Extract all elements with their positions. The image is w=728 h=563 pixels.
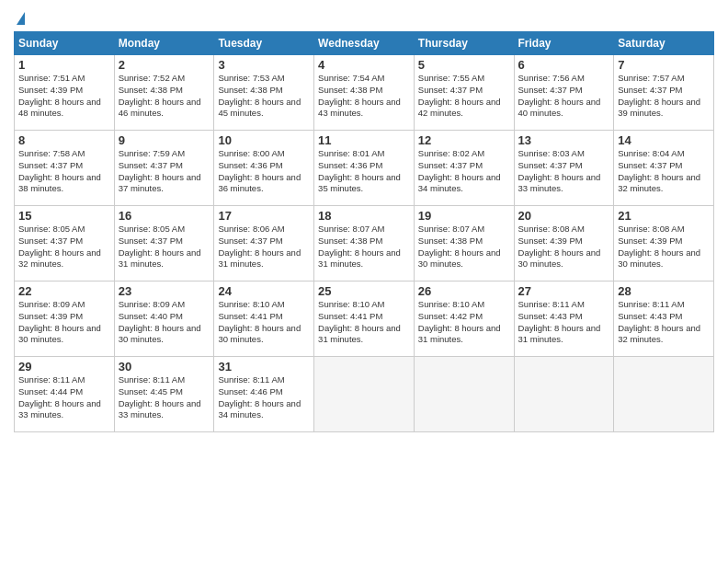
sunrise-text: Sunrise: 8:11 AM bbox=[18, 374, 110, 386]
col-header-saturday: Saturday bbox=[614, 32, 714, 55]
col-header-sunday: Sunday bbox=[15, 32, 115, 55]
logo-general bbox=[14, 13, 25, 26]
sunrise-text: Sunrise: 7:58 AM bbox=[18, 148, 110, 160]
day-number: 19 bbox=[418, 209, 510, 223]
calendar-cell: 26Sunrise: 8:10 AMSunset: 4:42 PMDayligh… bbox=[414, 282, 514, 357]
calendar-cell: 7Sunrise: 7:57 AMSunset: 4:37 PMDaylight… bbox=[614, 55, 714, 131]
calendar-cell: 1Sunrise: 7:51 AMSunset: 4:39 PMDaylight… bbox=[15, 55, 115, 131]
sunset-text: Sunset: 4:39 PM bbox=[18, 85, 110, 97]
daylight-text: Daylight: 8 hours and 33 minutes. bbox=[18, 398, 110, 422]
sunset-text: Sunset: 4:38 PM bbox=[119, 85, 210, 97]
calendar-table: SundayMondayTuesdayWednesdayThursdayFrid… bbox=[14, 31, 714, 432]
sunset-text: Sunset: 4:37 PM bbox=[119, 160, 210, 172]
sunrise-text: Sunrise: 8:09 AM bbox=[18, 299, 110, 311]
sunset-text: Sunset: 4:37 PM bbox=[218, 236, 310, 247]
col-header-tuesday: Tuesday bbox=[214, 32, 314, 55]
daylight-text: Daylight: 8 hours and 33 minutes. bbox=[518, 172, 610, 196]
calendar-cell: 5Sunrise: 7:55 AMSunset: 4:37 PMDaylight… bbox=[414, 55, 514, 131]
sunrise-text: Sunrise: 8:09 AM bbox=[119, 299, 210, 311]
daylight-text: Daylight: 8 hours and 45 minutes. bbox=[218, 97, 310, 121]
calendar-cell: 11Sunrise: 8:01 AMSunset: 4:36 PMDayligh… bbox=[314, 131, 415, 206]
sunset-text: Sunset: 4:41 PM bbox=[218, 311, 310, 323]
day-number: 1 bbox=[18, 58, 110, 72]
calendar-cell: 4Sunrise: 7:54 AMSunset: 4:38 PMDaylight… bbox=[314, 55, 415, 131]
sunrise-text: Sunrise: 8:08 AM bbox=[618, 224, 710, 236]
daylight-text: Daylight: 8 hours and 30 minutes. bbox=[218, 323, 310, 347]
calendar-cell: 30Sunrise: 8:11 AMSunset: 4:45 PMDayligh… bbox=[114, 357, 214, 432]
sunrise-text: Sunrise: 7:55 AM bbox=[418, 73, 510, 85]
calendar-cell: 22Sunrise: 8:09 AMSunset: 4:39 PMDayligh… bbox=[15, 282, 115, 357]
sunrise-text: Sunrise: 8:02 AM bbox=[418, 148, 510, 160]
day-number: 28 bbox=[618, 284, 710, 298]
calendar-cell: 17Sunrise: 8:06 AMSunset: 4:37 PMDayligh… bbox=[214, 206, 314, 282]
calendar-cell: 25Sunrise: 8:10 AMSunset: 4:41 PMDayligh… bbox=[314, 282, 415, 357]
day-number: 8 bbox=[18, 133, 110, 147]
sunset-text: Sunset: 4:40 PM bbox=[119, 311, 210, 323]
day-number: 6 bbox=[518, 58, 610, 72]
sunrise-text: Sunrise: 8:06 AM bbox=[218, 224, 310, 236]
day-number: 25 bbox=[318, 284, 410, 298]
sunset-text: Sunset: 4:39 PM bbox=[18, 311, 110, 323]
sunset-text: Sunset: 4:37 PM bbox=[119, 236, 210, 247]
calendar-cell: 28Sunrise: 8:11 AMSunset: 4:43 PMDayligh… bbox=[614, 282, 714, 357]
sunset-text: Sunset: 4:37 PM bbox=[618, 85, 710, 97]
calendar-cell: 10Sunrise: 8:00 AMSunset: 4:36 PMDayligh… bbox=[214, 131, 314, 206]
sunset-text: Sunset: 4:39 PM bbox=[618, 236, 710, 247]
calendar-cell bbox=[514, 357, 614, 432]
day-number: 13 bbox=[518, 133, 610, 147]
day-number: 23 bbox=[119, 284, 210, 298]
calendar-cell: 18Sunrise: 8:07 AMSunset: 4:38 PMDayligh… bbox=[314, 206, 415, 282]
day-number: 10 bbox=[218, 133, 310, 147]
sunrise-text: Sunrise: 8:11 AM bbox=[119, 374, 210, 386]
day-number: 18 bbox=[318, 209, 410, 223]
sunrise-text: Sunrise: 8:01 AM bbox=[318, 148, 410, 160]
sunrise-text: Sunrise: 7:56 AM bbox=[518, 73, 610, 85]
sunrise-text: Sunrise: 8:10 AM bbox=[218, 299, 310, 311]
sunrise-text: Sunrise: 8:05 AM bbox=[18, 224, 110, 236]
sunset-text: Sunset: 4:37 PM bbox=[518, 85, 610, 97]
calendar-cell bbox=[414, 357, 514, 432]
sunset-text: Sunset: 4:41 PM bbox=[318, 311, 410, 323]
calendar-cell: 21Sunrise: 8:08 AMSunset: 4:39 PMDayligh… bbox=[614, 206, 714, 282]
col-header-wednesday: Wednesday bbox=[314, 32, 415, 55]
sunset-text: Sunset: 4:43 PM bbox=[618, 311, 710, 323]
sunset-text: Sunset: 4:38 PM bbox=[418, 236, 510, 247]
sunset-text: Sunset: 4:46 PM bbox=[218, 386, 310, 398]
sunrise-text: Sunrise: 7:54 AM bbox=[318, 73, 410, 85]
day-number: 11 bbox=[318, 133, 410, 147]
daylight-text: Daylight: 8 hours and 30 minutes. bbox=[18, 323, 110, 347]
calendar-cell: 3Sunrise: 7:53 AMSunset: 4:38 PMDaylight… bbox=[214, 55, 314, 131]
calendar-cell: 31Sunrise: 8:11 AMSunset: 4:46 PMDayligh… bbox=[214, 357, 314, 432]
col-header-monday: Monday bbox=[114, 32, 214, 55]
day-number: 16 bbox=[119, 209, 210, 223]
daylight-text: Daylight: 8 hours and 36 minutes. bbox=[218, 172, 310, 196]
sunrise-text: Sunrise: 8:11 AM bbox=[518, 299, 610, 311]
week-row-2: 8Sunrise: 7:58 AMSunset: 4:37 PMDaylight… bbox=[15, 131, 714, 206]
day-number: 4 bbox=[318, 58, 410, 72]
daylight-text: Daylight: 8 hours and 43 minutes. bbox=[318, 97, 410, 121]
header bbox=[14, 9, 714, 26]
daylight-text: Daylight: 8 hours and 31 minutes. bbox=[418, 323, 510, 347]
sunset-text: Sunset: 4:37 PM bbox=[418, 85, 510, 97]
sunrise-text: Sunrise: 8:10 AM bbox=[418, 299, 510, 311]
day-number: 21 bbox=[618, 209, 710, 223]
calendar-cell: 27Sunrise: 8:11 AMSunset: 4:43 PMDayligh… bbox=[514, 282, 614, 357]
calendar-cell: 8Sunrise: 7:58 AMSunset: 4:37 PMDaylight… bbox=[15, 131, 115, 206]
calendar-cell: 23Sunrise: 8:09 AMSunset: 4:40 PMDayligh… bbox=[114, 282, 214, 357]
sunset-text: Sunset: 4:42 PM bbox=[418, 311, 510, 323]
day-number: 17 bbox=[218, 209, 310, 223]
day-number: 2 bbox=[119, 58, 210, 72]
day-number: 9 bbox=[119, 133, 210, 147]
day-number: 14 bbox=[618, 133, 710, 147]
daylight-text: Daylight: 8 hours and 30 minutes. bbox=[518, 247, 610, 271]
daylight-text: Daylight: 8 hours and 31 minutes. bbox=[318, 323, 410, 347]
calendar-cell: 6Sunrise: 7:56 AMSunset: 4:37 PMDaylight… bbox=[514, 55, 614, 131]
day-number: 22 bbox=[18, 284, 110, 298]
week-row-4: 22Sunrise: 8:09 AMSunset: 4:39 PMDayligh… bbox=[15, 282, 714, 357]
daylight-text: Daylight: 8 hours and 39 minutes. bbox=[618, 97, 710, 121]
sunrise-text: Sunrise: 8:10 AM bbox=[318, 299, 410, 311]
daylight-text: Daylight: 8 hours and 48 minutes. bbox=[18, 97, 110, 121]
sunrise-text: Sunrise: 7:57 AM bbox=[618, 73, 710, 85]
daylight-text: Daylight: 8 hours and 46 minutes. bbox=[119, 97, 210, 121]
week-row-3: 15Sunrise: 8:05 AMSunset: 4:37 PMDayligh… bbox=[15, 206, 714, 282]
